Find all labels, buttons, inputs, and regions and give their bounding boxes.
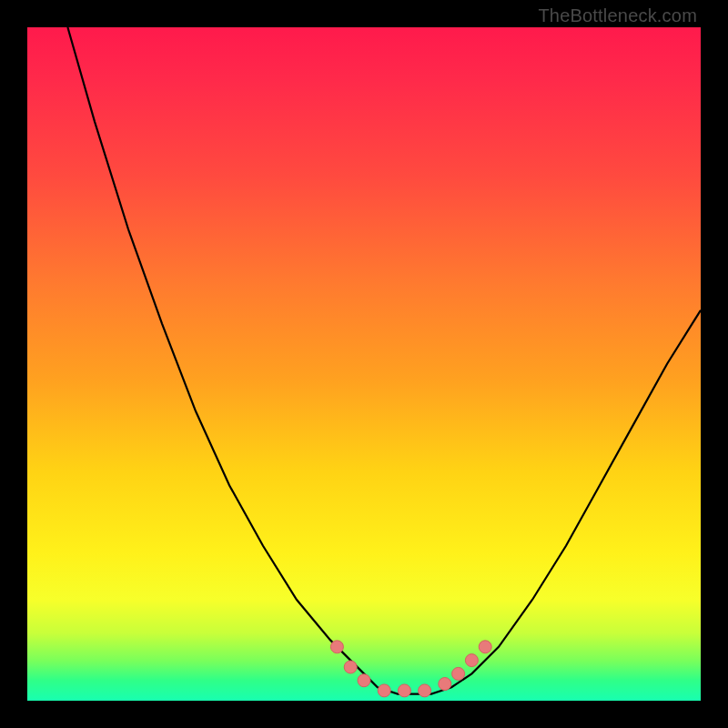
curve-marker [358,674,370,687]
curve-markers [330,641,491,697]
curve-marker [465,654,478,667]
curve-marker [439,678,451,691]
curve-marker [479,641,491,653]
chart-frame: TheBottleneck.com [0,0,728,728]
plot-area [27,27,701,701]
curve-marker [344,661,357,673]
bottleneck-curve-svg [27,27,701,701]
curve-marker [330,641,343,653]
curve-marker [378,684,390,697]
curve-marker [419,684,431,697]
curve-marker [398,684,410,697]
bottleneck-curve [67,27,701,694]
watermark-text: TheBottleneck.com [538,5,697,26]
curve-marker [452,667,465,680]
